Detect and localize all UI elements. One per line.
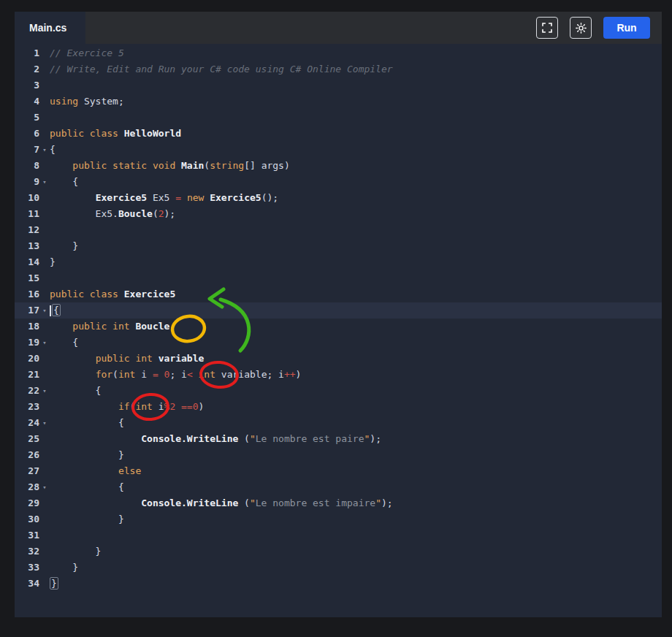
line-number: 33: [15, 560, 39, 576]
code-token: Exercice5: [210, 192, 261, 203]
code-token: int: [135, 353, 152, 364]
code-line[interactable]: 13 }: [15, 238, 662, 254]
code-token: ": [250, 433, 256, 444]
code-line[interactable]: 22▾ {: [15, 383, 662, 399]
code-text: Ex5.Boucle(2);: [50, 206, 662, 222]
fold-toggle-icon[interactable]: ▾: [39, 335, 50, 351]
code-text: }: [50, 238, 662, 254]
code-line[interactable]: 31: [15, 527, 662, 543]
code-line[interactable]: 2// Write, Edit and Run your C# code usi…: [15, 61, 662, 77]
theme-toggle-button[interactable]: [570, 17, 592, 39]
code-editor[interactable]: 1// Exercice 52// Write, Edit and Run yo…: [15, 44, 662, 617]
fold-spacer: [39, 463, 50, 479]
fold-spacer: [39, 77, 50, 94]
fold-toggle-icon[interactable]: ▾: [39, 174, 50, 190]
fold-toggle-icon[interactable]: ▾: [39, 383, 50, 399]
code-text: {: [50, 302, 662, 318]
line-number: 26: [15, 447, 39, 463]
fold-spacer: [39, 576, 50, 592]
fold-toggle-icon[interactable]: ▾: [39, 302, 50, 318]
code-line[interactable]: 24▾ {: [15, 415, 662, 431]
code-token: [153, 353, 159, 364]
code-token: public: [50, 289, 84, 300]
fold-spacer: [39, 543, 50, 560]
code-line[interactable]: 1// Exercice 5: [15, 45, 662, 61]
code-line[interactable]: 32 }: [15, 543, 662, 560]
code-token: [159, 369, 164, 380]
code-line[interactable]: 21 for(int i = 0; i< int variable; i++): [15, 367, 662, 383]
code-line[interactable]: 30 }: [15, 511, 662, 527]
fold-spacer: [39, 222, 50, 238]
fold-toggle-icon[interactable]: ▾: [39, 142, 50, 158]
code-text: {: [50, 335, 662, 351]
code-line[interactable]: 19▾ {: [15, 335, 662, 351]
code-text: [50, 270, 662, 286]
code-line[interactable]: 17▾{: [15, 302, 662, 318]
code-line[interactable]: 18 public int Boucle: [15, 318, 662, 335]
code-token: class: [90, 128, 118, 139]
code-token: i: [153, 401, 164, 412]
code-line[interactable]: 12: [15, 222, 662, 238]
code-line[interactable]: 28▾ {: [15, 479, 662, 495]
fold-spacer: [39, 190, 50, 206]
code-line[interactable]: 10 Exercice5 Ex5 = new Exercice5();: [15, 190, 662, 206]
code-line[interactable]: 3: [15, 77, 662, 94]
code-token: }: [50, 240, 78, 251]
code-line[interactable]: 26 }: [15, 447, 662, 463]
code-token: );: [370, 433, 381, 444]
fold-toggle-icon[interactable]: ▾: [39, 415, 50, 431]
code-line[interactable]: 34}: [15, 576, 662, 592]
code-token: [50, 192, 96, 203]
code-line[interactable]: 27 else: [15, 463, 662, 479]
code-editor-window: Main.cs Run: [15, 12, 662, 617]
code-line[interactable]: 29 Console.WriteLine ("Le nombre est imp…: [15, 495, 662, 511]
line-number: 19: [15, 335, 39, 351]
line-number: 15: [15, 270, 39, 286]
code-line[interactable]: 23 if(int i%2 ==0): [15, 399, 662, 415]
fold-spacer: [39, 431, 50, 447]
code-line[interactable]: 25 Console.WriteLine ("Le nombre est pai…: [15, 431, 662, 447]
fullscreen-button[interactable]: [536, 17, 558, 39]
code-text: {: [50, 174, 662, 190]
code-token: else: [118, 465, 141, 476]
code-line[interactable]: 16public class Exercice5: [15, 286, 662, 302]
code-token: (: [153, 208, 159, 219]
code-line[interactable]: 20 public int variable: [15, 351, 662, 367]
line-number: 25: [15, 431, 39, 447]
code-token: using: [50, 96, 78, 107]
code-token: ): [296, 369, 302, 380]
code-text: for(int i = 0; i< int variable; i++): [50, 367, 662, 383]
code-text: {: [50, 479, 662, 495]
code-line[interactable]: 15: [15, 270, 662, 286]
code-line[interactable]: 7▾{: [15, 142, 662, 158]
code-line[interactable]: 9▾ {: [15, 174, 662, 190]
code-token: int: [112, 321, 129, 332]
code-token: // Exercice 5: [50, 47, 124, 58]
code-token: int: [199, 369, 215, 380]
code-line[interactable]: 6public class HelloWorld: [15, 126, 662, 142]
code-token: [107, 321, 112, 332]
line-number: 1: [15, 45, 39, 61]
code-line[interactable]: 4using System;: [15, 94, 662, 110]
tab-main-cs[interactable]: Main.cs: [15, 12, 85, 44]
run-button[interactable]: Run: [603, 17, 650, 39]
code-line[interactable]: 11 Ex5.Boucle(2);: [15, 206, 662, 222]
code-text: public int variable: [50, 351, 662, 367]
code-line[interactable]: 5: [15, 110, 662, 126]
fold-spacer: [39, 318, 50, 335]
fold-spacer: [39, 126, 50, 142]
code-token: <: [187, 369, 193, 380]
code-line[interactable]: 8 public static void Main(string[] args): [15, 158, 662, 174]
code-token: {: [50, 417, 124, 428]
code-token: {: [50, 481, 124, 492]
fold-spacer: [39, 45, 50, 61]
fold-toggle-icon[interactable]: ▾: [39, 479, 50, 495]
code-token: Boucle: [135, 321, 169, 332]
code-line[interactable]: 33 }: [15, 560, 662, 576]
line-number: 20: [15, 351, 39, 367]
code-token: int: [118, 369, 135, 380]
code-line[interactable]: 14}: [15, 254, 662, 270]
code-token: static: [112, 160, 147, 171]
fold-spacer: [39, 351, 50, 367]
code-token: public: [96, 353, 130, 364]
